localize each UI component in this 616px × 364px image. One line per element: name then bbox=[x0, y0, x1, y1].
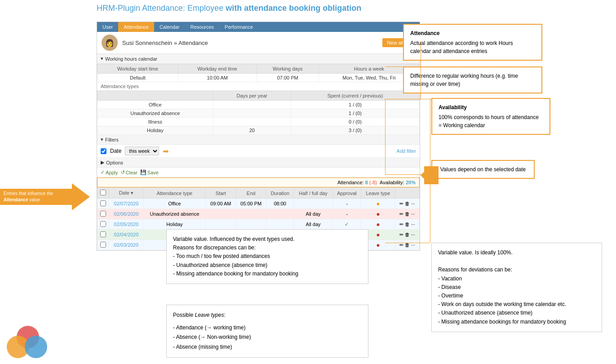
options-section[interactable]: ▶ Options bbox=[97, 158, 420, 168]
availability-ann-title: Availability bbox=[439, 103, 543, 111]
filter-arrow-icon: ➡ bbox=[163, 147, 168, 155]
row-end-3 bbox=[236, 219, 266, 230]
row-checkbox-4[interactable] bbox=[100, 231, 106, 237]
save-button[interactable]: 💾 Save bbox=[140, 169, 159, 175]
attendance-sum-diff: (-8) bbox=[369, 180, 377, 185]
attendance-sum-value: 8 bbox=[365, 180, 368, 185]
row-half-2: All day bbox=[294, 209, 332, 219]
att-days-4: 20 bbox=[213, 126, 291, 135]
col-half-full: Half / full day bbox=[294, 188, 332, 199]
values-annotation: Values depend on the selected date bbox=[431, 160, 535, 179]
row-end-2 bbox=[236, 209, 266, 219]
logo bbox=[7, 326, 47, 360]
add-filter-button[interactable]: Add filter bbox=[397, 148, 416, 154]
date-checkbox[interactable] bbox=[101, 148, 106, 154]
date-filter-label: Date bbox=[110, 148, 121, 154]
attendance-sum-label: Attendance: bbox=[337, 180, 364, 185]
col-actions bbox=[395, 188, 419, 199]
row-type-3: Holiday bbox=[143, 219, 206, 230]
col-days-per-year: Days per year bbox=[213, 91, 291, 101]
leave-types-box: Possible Leave types: - Attendance (→ wo… bbox=[166, 305, 368, 358]
attendance-types-header: Attendance types bbox=[97, 82, 420, 91]
variable-availability-box: Variable value. Is ideally 100%. Reasons… bbox=[431, 243, 602, 332]
row-duration-2 bbox=[266, 209, 293, 219]
section-label: Working hours calendar bbox=[105, 56, 157, 62]
var-avail-body: Variable value. Is ideally 100%. Reasons… bbox=[438, 249, 595, 326]
row-label: Default bbox=[97, 74, 178, 82]
filters-label: Filters bbox=[105, 137, 119, 142]
row-actions-2[interactable]: ✏ 🗑 ··· bbox=[395, 209, 419, 219]
row-checkbox-1[interactable] bbox=[100, 200, 106, 206]
action-buttons-row: ✓ Apply ↺ Clear 💾 Save bbox=[97, 168, 420, 178]
row-checkbox-5[interactable] bbox=[100, 242, 106, 248]
row-date-4[interactable]: 02/04/2020 bbox=[109, 230, 144, 240]
row-actions-3[interactable]: ✏ 🗑 ··· bbox=[395, 219, 419, 230]
values-ann-body: Values depend on the selected date bbox=[439, 165, 527, 173]
row-approval-1: - bbox=[332, 199, 361, 209]
row-start-3 bbox=[206, 219, 236, 230]
logo-circle-right bbox=[25, 336, 47, 358]
col-start: Start bbox=[206, 188, 236, 199]
connector-line-8 bbox=[430, 99, 430, 243]
availability-annotation: Availability 100% corresponds to hours o… bbox=[431, 98, 550, 135]
row-approval-3: ✓ bbox=[332, 219, 361, 230]
col-date[interactable]: Date ▾ bbox=[109, 188, 144, 199]
col-duration: Duration bbox=[266, 188, 293, 199]
connector-line-4 bbox=[385, 99, 431, 99]
att-type-4: Holiday bbox=[97, 126, 213, 135]
row-date-2[interactable]: 02/06/2020 bbox=[109, 209, 144, 219]
row-type-1: Office bbox=[143, 199, 206, 209]
attendance-ann-title: Attendance bbox=[410, 29, 535, 37]
availability-sum-value: 20% bbox=[406, 180, 416, 185]
save-label: Save bbox=[147, 170, 159, 175]
row-leave-2: ● bbox=[361, 209, 395, 219]
working-hours-table: Workday start time Workday end time Work… bbox=[97, 64, 420, 82]
tab-resources[interactable]: Resources bbox=[185, 22, 220, 32]
col-days: Working days bbox=[257, 64, 319, 74]
attendance-annotation: Attendance Actual attendance according t… bbox=[403, 24, 542, 61]
row-date-1[interactable]: 02/07/2020 bbox=[109, 199, 144, 209]
row-actions-4[interactable]: ✏ 🗑 ··· bbox=[395, 230, 419, 240]
row-actions-5[interactable]: ✏ 🗑 ··· bbox=[395, 240, 419, 250]
select-all-checkbox[interactable] bbox=[100, 190, 106, 195]
entries-arrow-text: Entries that influence the Attendance va… bbox=[0, 183, 72, 210]
main-title: HRM-Plugin Attendance: Employee with att… bbox=[97, 4, 361, 13]
att-spent-3: 0 / (0) bbox=[291, 118, 419, 126]
col-end: End bbox=[236, 188, 266, 199]
apply-label: Apply bbox=[106, 170, 118, 175]
col-start: Workday start time bbox=[97, 64, 178, 74]
apply-button[interactable]: ✓ Apply bbox=[101, 169, 118, 175]
clear-icon: ↺ bbox=[121, 169, 125, 175]
row-checkbox-2[interactable] bbox=[100, 211, 106, 217]
row-start-2 bbox=[206, 209, 236, 219]
entries-arrow-container: Entries that influence the Attendance va… bbox=[0, 183, 97, 210]
row-date-5[interactable]: 02/03/2020 bbox=[109, 240, 144, 250]
row-start: 10:00 AM bbox=[178, 74, 257, 82]
user-name: Susi Sonnenschein » Attendance bbox=[122, 40, 208, 46]
leave-types-body: - Attendance (→ working time) - Absence … bbox=[173, 323, 362, 352]
tab-attendance[interactable]: Attendance bbox=[118, 22, 154, 32]
nav-tabs: User Attendance Calendar Resources Perfo… bbox=[97, 22, 420, 32]
working-hours-section[interactable]: ▾ Working hours calendar bbox=[97, 54, 420, 64]
filters-row: Date this week ➡ Add filter bbox=[97, 145, 420, 158]
att-days-2 bbox=[213, 109, 291, 118]
tab-calendar[interactable]: Calendar bbox=[154, 22, 185, 32]
row-checkbox-3[interactable] bbox=[100, 221, 106, 227]
connector-line-2 bbox=[385, 67, 421, 67]
filters-section[interactable]: ▾ Filters bbox=[97, 135, 420, 145]
date-filter-select[interactable]: this week bbox=[125, 146, 159, 155]
clear-label: Clear bbox=[126, 170, 137, 175]
row-duration-3 bbox=[266, 219, 293, 230]
row-actions-1[interactable]: ✏ 🗑 ··· bbox=[395, 199, 419, 209]
att-days-1 bbox=[213, 101, 291, 109]
variable-attendance-box: Variable value. Influenced by the event … bbox=[166, 229, 368, 284]
values-arrow-svg bbox=[421, 166, 439, 184]
att-type-3: Illness bbox=[97, 118, 213, 126]
tab-performance[interactable]: Performance bbox=[219, 22, 258, 32]
clear-button[interactable]: ↺ Clear bbox=[121, 169, 137, 175]
row-duration-1: 08:00 bbox=[266, 199, 293, 209]
tab-user[interactable]: User bbox=[97, 22, 118, 32]
col-end: Workday end time bbox=[178, 64, 257, 74]
row-date-3[interactable]: 02/05/2020 bbox=[109, 219, 144, 230]
leave-types-title: Possible Leave types: bbox=[173, 311, 362, 320]
